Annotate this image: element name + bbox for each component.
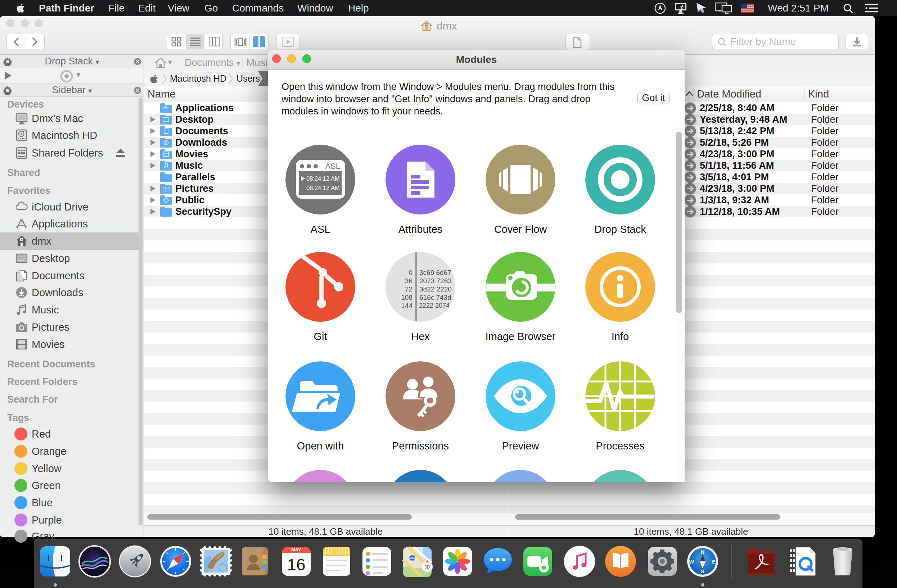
svg-text:MAY: MAY: [291, 547, 301, 552]
svg-text:08:24:12 AM: 08:24:12 AM: [306, 175, 340, 182]
svg-text:3c69 6d67: 3c69 6d67: [419, 269, 452, 276]
svg-text:144: 144: [401, 302, 412, 310]
svg-text:36: 36: [405, 277, 412, 285]
svg-text:16: 16: [287, 555, 305, 574]
svg-text:72: 72: [405, 286, 412, 293]
svg-text:2222 2074: 2222 2074: [419, 302, 450, 309]
svg-text:N: N: [701, 549, 705, 555]
svg-text:2073 7263: 2073 7263: [419, 277, 452, 285]
svg-text:280: 280: [410, 556, 415, 560]
svg-text:ASL: ASL: [325, 162, 340, 171]
svg-text:108: 108: [401, 294, 412, 301]
svg-text:S: S: [701, 568, 704, 574]
svg-text:3d22 2220: 3d22 2220: [419, 286, 452, 293]
svg-text:0: 0: [409, 269, 412, 276]
svg-text:616c 743d: 616c 743d: [419, 294, 452, 301]
svg-text:3D: 3D: [424, 565, 430, 570]
svg-text:W: W: [689, 559, 694, 565]
svg-text:E: E: [712, 559, 716, 565]
svg-text:08:24:12 AM: 08:24:12 AM: [306, 185, 340, 191]
